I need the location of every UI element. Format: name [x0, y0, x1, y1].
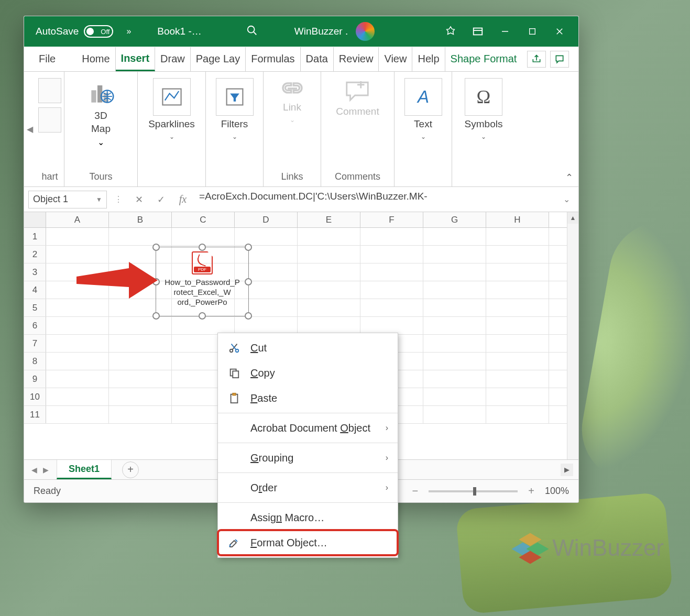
cell[interactable]: [298, 317, 360, 334]
account-avatar[interactable]: [356, 22, 375, 41]
column-header[interactable]: D: [235, 212, 298, 227]
cell[interactable]: [46, 335, 109, 352]
tab-insert[interactable]: Insert: [116, 47, 155, 71]
cell[interactable]: [423, 228, 486, 245]
tab-home[interactable]: Home: [76, 47, 115, 71]
link-button[interactable]: Link ⌄: [278, 78, 306, 124]
resize-handle[interactable]: [199, 312, 206, 320]
context-format-object[interactable]: Format Object…: [218, 530, 398, 555]
collapse-ribbon-icon[interactable]: ⌃: [565, 172, 573, 183]
maximize-button[interactable]: [527, 26, 538, 37]
cell[interactable]: [109, 228, 172, 245]
cell[interactable]: [46, 246, 109, 263]
cell[interactable]: [486, 246, 549, 263]
cell[interactable]: [298, 228, 360, 245]
autosave-toggle[interactable]: AutoSave Off: [36, 25, 113, 38]
cell[interactable]: [109, 388, 172, 405]
column-header[interactable]: F: [360, 212, 423, 227]
cell[interactable]: [486, 353, 549, 370]
tab-draw[interactable]: Draw: [155, 47, 191, 71]
cell[interactable]: [423, 246, 486, 263]
embedded-pdf-object[interactable]: PDF How_to_Password_Protect_Excel,_Word,…: [152, 244, 252, 320]
cell[interactable]: [46, 388, 109, 405]
context-copy[interactable]: Copy: [218, 360, 398, 386]
cell[interactable]: [46, 263, 109, 281]
ribbon-display-icon[interactable]: [472, 26, 484, 37]
row-header[interactable]: 11: [24, 406, 46, 423]
cell[interactable]: [360, 228, 423, 245]
cell[interactable]: [486, 388, 549, 405]
tab-file[interactable]: File: [34, 47, 61, 71]
scroll-up-icon[interactable]: ▲: [567, 212, 578, 224]
resize-handle[interactable]: [245, 278, 252, 285]
comment-button[interactable]: Comment: [336, 78, 379, 118]
cell[interactable]: [486, 406, 549, 423]
insert-function-icon[interactable]: fx: [174, 191, 192, 208]
cell[interactable]: [360, 263, 423, 281]
context-paste[interactable]: Paste: [218, 386, 398, 411]
cell[interactable]: [109, 406, 172, 423]
context-assign-macro[interactable]: Assign Macro…: [218, 505, 398, 530]
cell[interactable]: [486, 317, 549, 334]
resize-handle[interactable]: [245, 244, 252, 251]
cell[interactable]: [46, 228, 109, 245]
search-icon[interactable]: [246, 25, 258, 39]
cell[interactable]: [486, 281, 549, 299]
cell[interactable]: [46, 317, 109, 334]
premium-icon[interactable]: [445, 26, 456, 37]
cell[interactable]: [423, 370, 486, 388]
account-name[interactable]: WinBuzzer .: [294, 26, 348, 37]
map3d-button[interactable]: 3D Map ⌄: [86, 78, 116, 147]
cell[interactable]: [109, 335, 172, 352]
cell[interactable]: [423, 281, 486, 299]
cell[interactable]: [46, 299, 109, 316]
cell[interactable]: [46, 281, 109, 299]
share-button[interactable]: [527, 51, 546, 68]
cell[interactable]: [423, 353, 486, 370]
cell[interactable]: [423, 317, 486, 334]
cell[interactable]: [360, 281, 423, 299]
resize-handle[interactable]: [245, 312, 252, 320]
cell[interactable]: [360, 299, 423, 316]
resize-handle[interactable]: [152, 278, 160, 285]
select-all-corner[interactable]: [24, 212, 46, 227]
resize-handle[interactable]: [152, 244, 160, 251]
zoom-slider[interactable]: [429, 490, 518, 492]
zoom-in-button[interactable]: +: [528, 485, 534, 497]
cell[interactable]: [486, 263, 549, 281]
formula-input[interactable]: =AcroExch.Document.DC|'C:\Users\WinBuzze…: [196, 191, 555, 208]
resize-handle[interactable]: [199, 244, 206, 251]
cancel-icon[interactable]: ✕: [130, 191, 148, 208]
row-header[interactable]: 7: [24, 335, 46, 352]
tab-help[interactable]: Help: [412, 47, 445, 71]
cell[interactable]: [46, 370, 109, 388]
add-sheet-button[interactable]: +: [122, 461, 139, 478]
cell[interactable]: [235, 228, 298, 245]
column-header[interactable]: C: [172, 212, 235, 227]
row-header[interactable]: 5: [24, 299, 46, 316]
row-header[interactable]: 10: [24, 388, 46, 405]
context-grouping[interactable]: Grouping ›: [218, 445, 398, 470]
minimize-button[interactable]: [499, 26, 511, 37]
cell[interactable]: [423, 406, 486, 423]
tab-page-layout[interactable]: Page Lay: [191, 47, 246, 71]
comments-button[interactable]: [550, 51, 569, 68]
row-header[interactable]: 8: [24, 353, 46, 370]
row-header[interactable]: 4: [24, 281, 46, 299]
row-header[interactable]: 3: [24, 263, 46, 281]
row-header[interactable]: 1: [24, 228, 46, 245]
cell[interactable]: [486, 228, 549, 245]
cell[interactable]: [46, 353, 109, 370]
filters-button[interactable]: Filters ⌄: [216, 78, 254, 140]
formula-bar-menu-icon[interactable]: ⋮: [111, 194, 126, 204]
tab-data[interactable]: Data: [301, 47, 334, 71]
symbols-button[interactable]: Ω Symbols ⌄: [465, 78, 503, 140]
tab-shape-format[interactable]: Shape Format: [445, 47, 522, 71]
sheet-nav-prev[interactable]: ◀: [28, 466, 40, 474]
vertical-scrollbar[interactable]: ▲: [567, 212, 578, 459]
cell[interactable]: [109, 353, 172, 370]
name-box[interactable]: Object 1 ▼: [28, 191, 107, 208]
cell[interactable]: [298, 299, 360, 316]
enter-icon[interactable]: ✓: [152, 191, 170, 208]
cell[interactable]: [109, 370, 172, 388]
